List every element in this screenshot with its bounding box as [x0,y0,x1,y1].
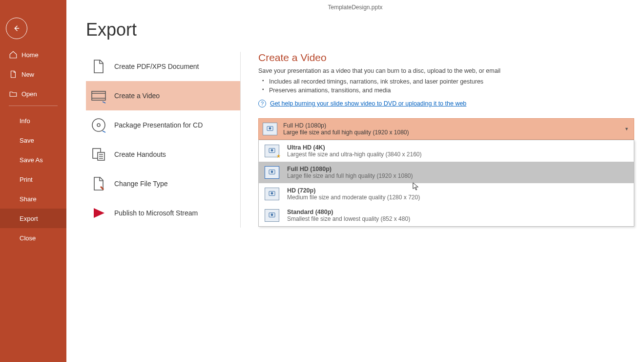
export-item-label: Create Handouts [114,150,166,158]
nav-share[interactable]: Share [0,189,66,209]
export-create-pdf[interactable]: Create PDF/XPS Document [86,52,240,81]
dropdown-selected-title: Full HD (1080p) [283,122,409,129]
nav-label: Open [21,90,37,98]
option-title: Full HD (1080p) [287,166,413,172]
option-desc: Largest file size and ultra-high quality… [287,151,422,158]
nav-print[interactable]: Print [0,170,66,189]
pdf-icon [90,58,107,75]
svg-point-1 [92,119,105,131]
dropdown-list: ★ Ultra HD (4K) Largest file size and ul… [258,140,634,227]
dropdown-option-ultra-hd[interactable]: ★ Ultra HD (4K) Largest file size and ul… [259,140,634,162]
chevron-down-icon: ▼ [624,127,629,131]
option-title: Standard (480p) [287,209,410,215]
nav-save-as[interactable]: Save As [0,150,66,170]
export-item-label: Package Presentation for CD [114,121,203,129]
export-item-label: Create PDF/XPS Document [114,63,199,70]
export-package-cd[interactable]: Package Presentation for CD [86,110,240,140]
cd-icon [90,116,107,134]
arrow-left-icon [12,24,21,33]
page-title: Export [86,20,634,40]
option-title: HD (720p) [287,187,420,194]
svg-point-14 [271,214,273,216]
nav-label: Info [20,117,30,125]
nav-label: Close [20,234,36,242]
detail-heading: Create a Video [258,52,634,64]
detail-subtitle: Save your presentation as a video that y… [258,67,634,74]
nav-save[interactable]: Save [0,130,66,150]
monitor-icon [263,123,277,135]
video-icon [90,87,107,105]
nav-close[interactable]: Close [0,228,66,248]
option-desc: Large file size and full high quality (1… [287,172,413,179]
nav-divider [9,106,58,106]
export-create-video[interactable]: Create a Video [86,81,240,110]
nav-label: Home [21,51,39,59]
dropdown-option-hd[interactable]: HD (720p) Medium file size and moderate … [259,183,634,205]
stream-icon [90,204,107,222]
svg-rect-0 [92,91,105,100]
nav-open[interactable]: Open [0,84,66,104]
export-publish-stream[interactable]: Publish to Microsoft Stream [86,198,240,228]
help-icon: ? [258,100,266,107]
document-title: TemplateDesign.pptx [328,4,382,11]
detail-bullet: Preserves animations, transitions, and m… [258,86,634,95]
back-button[interactable] [6,18,27,39]
monitor-icon: ★ [265,145,279,157]
detail-bullets: Includes all recorded timings, narration… [258,77,634,95]
export-options-list: Create PDF/XPS Document Create a Video P… [86,52,241,228]
nav-label: Save [20,137,34,144]
help-link[interactable]: Get help burning your slide show video t… [270,100,466,107]
svg-point-6 [269,128,271,129]
dropdown-selected[interactable]: Full HD (1080p) Large file size and full… [258,118,634,140]
video-quality-dropdown: Full HD (1080p) Large file size and full… [258,118,634,140]
export-item-label: Change File Type [114,180,167,188]
option-desc: Medium file size and moderate quality (1… [287,194,420,201]
title-bar: TemplateDesign.pptx [66,0,644,15]
nav-label: New [21,71,34,78]
export-item-label: Publish to Microsoft Stream [114,209,198,217]
export-create-handouts[interactable]: Create Handouts [86,140,240,169]
export-change-file-type[interactable]: Change File Type [86,169,240,198]
change-file-type-icon [90,175,107,192]
nav-label: Export [20,215,38,222]
svg-point-8 [271,149,273,151]
detail-bullet: Includes all recorded timings, narration… [258,77,634,86]
star-badge-icon: ★ [276,153,281,159]
dropdown-option-standard[interactable]: Standard (480p) Smallest file size and l… [259,205,634,226]
nav-label: Share [20,195,37,203]
handouts-icon [90,146,107,163]
nav-label: Save As [20,156,43,164]
nav-info[interactable]: Info [0,111,66,130]
svg-point-10 [271,171,273,173]
document-icon [9,70,18,79]
home-icon [9,50,18,59]
option-desc: Smallest file size and lowest quality (8… [287,215,410,222]
folder-open-icon [9,89,18,98]
nav-label: Print [20,176,33,183]
nav-new[interactable]: New [0,64,66,84]
svg-point-12 [271,192,273,194]
option-title: Ultra HD (4K) [287,144,422,151]
main-area: Export Create PDF/XPS Document Create a … [86,20,634,362]
dropdown-option-full-hd[interactable]: Full HD (1080p) Large file size and full… [259,162,634,183]
monitor-icon [265,166,279,179]
backstage-sidebar: Home New Open Info Save Save As Print Sh… [0,0,66,362]
nav-export[interactable]: Export [0,209,66,228]
dropdown-selected-desc: Large file size and full high quality (1… [283,129,409,136]
svg-point-2 [97,124,100,127]
monitor-icon [265,188,279,200]
export-item-label: Create a Video [114,92,160,100]
monitor-icon [265,209,279,222]
nav-home[interactable]: Home [0,45,66,64]
export-detail-panel: Create a Video Save your presentation as… [241,52,634,228]
